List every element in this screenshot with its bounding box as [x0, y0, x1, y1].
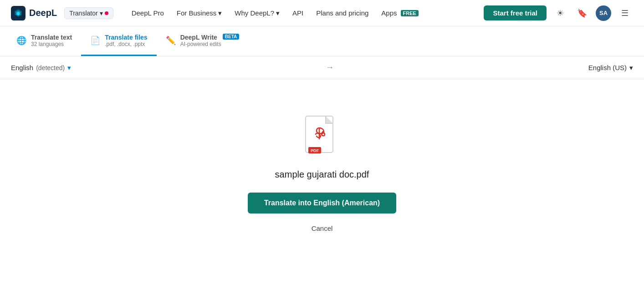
translate-button[interactable]: Translate into English (American) [248, 193, 396, 214]
tab-translate-text[interactable]: 🌐 Translate text 32 languages [7, 26, 81, 56]
avatar[interactable]: SA [596, 5, 611, 21]
pdf-file-icon: PDF [304, 115, 340, 158]
target-language-selector[interactable]: English (US) ▾ [588, 64, 633, 72]
target-lang-name: English (US) [588, 64, 627, 71]
bookmark-icon: 🔖 [577, 8, 587, 18]
translator-dropdown-icon: ▾ [100, 10, 103, 17]
document-icon: 📄 [90, 36, 100, 46]
translator-label: Translator [69, 10, 98, 17]
logo[interactable]: DeepL [11, 6, 57, 20]
nav-for-business[interactable]: For Business ▾ [171, 6, 228, 20]
source-lang-name: English [11, 64, 33, 71]
tab-translate-files[interactable]: 📄 Translate files .pdf, .docx, .pptx [81, 26, 156, 56]
chevron-down-icon: ▾ [276, 9, 280, 17]
source-lang-chevron-icon: ▾ [67, 64, 71, 72]
tab-translate-files-title: Translate files [105, 34, 147, 41]
header-actions: Start free trial ☀ 🔖 SA ☰ [484, 5, 633, 21]
direction-arrow: → [71, 63, 588, 72]
pdf-icon-wrapper: PDF [304, 115, 340, 160]
notification-dot [105, 11, 108, 15]
start-trial-button[interactable]: Start free trial [484, 5, 547, 20]
deepl-logo-icon [11, 6, 26, 20]
main-content: PDF sample gujarati doc.pdf Translate in… [0, 79, 644, 270]
theme-toggle-button[interactable]: ☀ [552, 5, 568, 21]
logo-text: DeepL [29, 8, 57, 18]
target-lang-chevron-icon: ▾ [629, 64, 633, 72]
nav-api[interactable]: API [287, 6, 309, 20]
free-badge: FREE [401, 10, 419, 16]
nav-deepl-pro[interactable]: DeepL Pro [126, 6, 169, 20]
bookmark-button[interactable]: 🔖 [574, 5, 590, 21]
chevron-down-icon: ▾ [218, 9, 222, 17]
language-bar: English (detected) ▾ → English (US) ▾ [0, 56, 644, 79]
detected-label: (detected) [36, 64, 65, 71]
nav: DeepL Pro For Business ▾ Why DeepL? ▾ AP… [126, 6, 480, 20]
nav-plans-pricing[interactable]: Plans and pricing [311, 6, 374, 20]
nav-why-deepl[interactable]: Why DeepL? ▾ [229, 6, 285, 20]
tab-deepl-write-subtitle: AI-powered edits [180, 41, 240, 47]
cancel-button[interactable]: Cancel [302, 222, 342, 235]
tab-deepl-write[interactable]: ✏️ DeepL Write BETA AI-powered edits [157, 26, 249, 56]
tab-deepl-write-title: DeepL Write [180, 34, 217, 41]
file-name: sample gujarati doc.pdf [275, 169, 369, 180]
hamburger-icon: ☰ [621, 8, 629, 18]
svg-text:PDF: PDF [311, 148, 319, 153]
sun-icon: ☀ [557, 8, 564, 18]
translator-switcher[interactable]: Translator ▾ [64, 7, 113, 19]
nav-apps[interactable]: Apps FREE [376, 6, 424, 20]
tabs-bar: 🌐 Translate text 32 languages 📄 Translat… [0, 26, 644, 56]
pencil-icon: ✏️ [166, 36, 176, 46]
menu-button[interactable]: ☰ [617, 5, 633, 21]
globe-icon: 🌐 [16, 36, 26, 46]
tab-translate-files-subtitle: .pdf, .docx, .pptx [105, 41, 147, 47]
header: DeepL Translator ▾ DeepL Pro For Busines… [0, 0, 644, 26]
tab-translate-text-title: Translate text [31, 34, 72, 41]
beta-badge: BETA [223, 34, 239, 40]
source-language-selector[interactable]: English (detected) ▾ [11, 64, 71, 72]
tab-translate-text-subtitle: 32 languages [31, 41, 72, 47]
